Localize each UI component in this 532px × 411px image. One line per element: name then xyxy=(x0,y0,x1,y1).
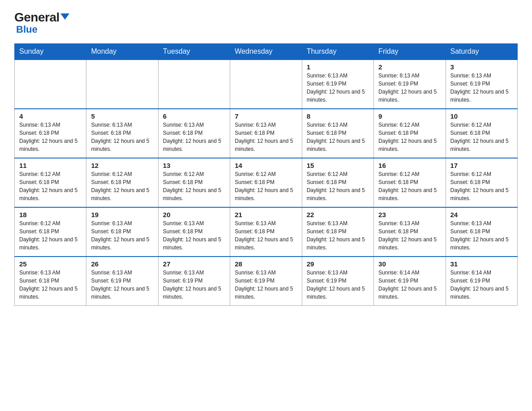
day-number: 17 xyxy=(450,162,513,169)
header-monday: Monday xyxy=(86,43,158,60)
day-cell-24: 24Sunrise: 6:13 AMSunset: 6:18 PMDayligh… xyxy=(446,207,517,257)
day-cell-7: 7Sunrise: 6:13 AMSunset: 6:18 PMDaylight… xyxy=(230,109,302,158)
day-cell-26: 26Sunrise: 6:13 AMSunset: 6:19 PMDayligh… xyxy=(86,257,158,306)
logo-general: General xyxy=(14,11,69,25)
day-number: 3 xyxy=(450,63,513,71)
day-cell-20: 20Sunrise: 6:13 AMSunset: 6:18 PMDayligh… xyxy=(158,207,230,257)
days-header-row: SundayMondayTuesdayWednesdayThursdayFrid… xyxy=(15,43,518,60)
day-number: 25 xyxy=(19,260,82,268)
header-wednesday: Wednesday xyxy=(230,43,302,60)
day-number: 4 xyxy=(19,112,82,120)
day-cell-empty xyxy=(15,60,86,109)
day-info: Sunrise: 6:12 AMSunset: 6:18 PMDaylight:… xyxy=(450,170,513,202)
day-number: 29 xyxy=(307,260,369,268)
page-header: General Blue xyxy=(14,11,518,35)
day-info: Sunrise: 6:13 AMSunset: 6:19 PMDaylight:… xyxy=(307,269,369,301)
day-info: Sunrise: 6:13 AMSunset: 6:19 PMDaylight:… xyxy=(450,72,513,104)
day-number: 28 xyxy=(235,260,297,268)
day-cell-14: 14Sunrise: 6:12 AMSunset: 6:18 PMDayligh… xyxy=(230,158,302,207)
day-number: 7 xyxy=(235,112,297,120)
day-cell-29: 29Sunrise: 6:13 AMSunset: 6:19 PMDayligh… xyxy=(302,257,373,306)
header-sunday: Sunday xyxy=(15,43,86,60)
day-cell-8: 8Sunrise: 6:13 AMSunset: 6:18 PMDaylight… xyxy=(302,109,373,158)
day-cell-1: 1Sunrise: 6:13 AMSunset: 6:19 PMDaylight… xyxy=(302,60,373,109)
day-cell-18: 18Sunrise: 6:12 AMSunset: 6:18 PMDayligh… xyxy=(15,207,86,257)
day-number: 24 xyxy=(450,211,513,218)
day-info: Sunrise: 6:13 AMSunset: 6:18 PMDaylight:… xyxy=(19,269,82,301)
day-info: Sunrise: 6:12 AMSunset: 6:18 PMDaylight:… xyxy=(235,170,297,202)
day-number: 1 xyxy=(307,63,369,71)
header-saturday: Saturday xyxy=(446,43,517,60)
day-cell-11: 11Sunrise: 6:12 AMSunset: 6:18 PMDayligh… xyxy=(15,158,86,207)
day-info: Sunrise: 6:12 AMSunset: 6:18 PMDaylight:… xyxy=(163,170,225,202)
day-number: 6 xyxy=(163,112,225,120)
day-cell-23: 23Sunrise: 6:13 AMSunset: 6:18 PMDayligh… xyxy=(374,207,446,257)
day-cell-empty xyxy=(158,60,230,109)
week-row-3: 11Sunrise: 6:12 AMSunset: 6:18 PMDayligh… xyxy=(15,158,518,207)
day-info: Sunrise: 6:13 AMSunset: 6:18 PMDaylight:… xyxy=(91,121,153,153)
day-info: Sunrise: 6:13 AMSunset: 6:19 PMDaylight:… xyxy=(235,269,297,301)
header-thursday: Thursday xyxy=(302,43,373,60)
day-cell-22: 22Sunrise: 6:13 AMSunset: 6:18 PMDayligh… xyxy=(302,207,373,257)
day-number: 12 xyxy=(91,162,153,169)
logo-triangle-icon xyxy=(60,13,69,20)
day-info: Sunrise: 6:13 AMSunset: 6:18 PMDaylight:… xyxy=(19,121,82,153)
calendar-table: SundayMondayTuesdayWednesdayThursdayFrid… xyxy=(14,43,518,306)
header-tuesday: Tuesday xyxy=(158,43,230,60)
day-info: Sunrise: 6:13 AMSunset: 6:18 PMDaylight:… xyxy=(235,121,297,153)
day-info: Sunrise: 6:12 AMSunset: 6:18 PMDaylight:… xyxy=(378,121,441,153)
day-number: 2 xyxy=(378,63,441,71)
week-row-1: 1Sunrise: 6:13 AMSunset: 6:19 PMDaylight… xyxy=(15,60,518,109)
week-row-2: 4Sunrise: 6:13 AMSunset: 6:18 PMDaylight… xyxy=(15,109,518,158)
day-cell-25: 25Sunrise: 6:13 AMSunset: 6:18 PMDayligh… xyxy=(15,257,86,306)
day-number: 5 xyxy=(91,112,153,120)
day-number: 8 xyxy=(307,112,369,120)
day-cell-21: 21Sunrise: 6:13 AMSunset: 6:18 PMDayligh… xyxy=(230,207,302,257)
day-cell-9: 9Sunrise: 6:12 AMSunset: 6:18 PMDaylight… xyxy=(374,109,446,158)
day-info: Sunrise: 6:13 AMSunset: 6:18 PMDaylight:… xyxy=(235,219,297,252)
day-info: Sunrise: 6:13 AMSunset: 6:18 PMDaylight:… xyxy=(163,121,225,153)
logo-blue: Blue xyxy=(14,24,38,35)
day-cell-2: 2Sunrise: 6:13 AMSunset: 6:19 PMDaylight… xyxy=(374,60,446,109)
day-number: 10 xyxy=(450,112,513,120)
day-number: 20 xyxy=(163,211,225,218)
day-cell-4: 4Sunrise: 6:13 AMSunset: 6:18 PMDaylight… xyxy=(15,109,86,158)
day-info: Sunrise: 6:12 AMSunset: 6:18 PMDaylight:… xyxy=(378,170,441,202)
day-number: 11 xyxy=(19,162,82,169)
day-info: Sunrise: 6:13 AMSunset: 6:18 PMDaylight:… xyxy=(163,219,225,252)
day-number: 26 xyxy=(91,260,153,268)
day-info: Sunrise: 6:12 AMSunset: 6:18 PMDaylight:… xyxy=(307,170,369,202)
day-number: 13 xyxy=(163,162,225,169)
day-cell-15: 15Sunrise: 6:12 AMSunset: 6:18 PMDayligh… xyxy=(302,158,373,207)
day-info: Sunrise: 6:12 AMSunset: 6:18 PMDaylight:… xyxy=(91,170,153,202)
day-cell-27: 27Sunrise: 6:13 AMSunset: 6:19 PMDayligh… xyxy=(158,257,230,306)
day-number: 21 xyxy=(235,211,297,218)
day-info: Sunrise: 6:12 AMSunset: 6:18 PMDaylight:… xyxy=(19,170,82,202)
week-row-4: 18Sunrise: 6:12 AMSunset: 6:18 PMDayligh… xyxy=(15,207,518,257)
day-cell-19: 19Sunrise: 6:13 AMSunset: 6:18 PMDayligh… xyxy=(86,207,158,257)
day-cell-5: 5Sunrise: 6:13 AMSunset: 6:18 PMDaylight… xyxy=(86,109,158,158)
day-info: Sunrise: 6:13 AMSunset: 6:18 PMDaylight:… xyxy=(450,219,513,252)
header-friday: Friday xyxy=(374,43,446,60)
day-cell-3: 3Sunrise: 6:13 AMSunset: 6:19 PMDaylight… xyxy=(446,60,517,109)
day-cell-empty xyxy=(86,60,158,109)
day-cell-30: 30Sunrise: 6:14 AMSunset: 6:19 PMDayligh… xyxy=(374,257,446,306)
day-number: 18 xyxy=(19,211,82,218)
day-number: 27 xyxy=(163,260,225,268)
day-info: Sunrise: 6:13 AMSunset: 6:18 PMDaylight:… xyxy=(91,219,153,252)
day-info: Sunrise: 6:12 AMSunset: 6:18 PMDaylight:… xyxy=(450,121,513,153)
day-number: 14 xyxy=(235,162,297,169)
day-info: Sunrise: 6:13 AMSunset: 6:18 PMDaylight:… xyxy=(378,219,441,252)
day-number: 30 xyxy=(378,260,441,268)
day-number: 22 xyxy=(307,211,369,218)
day-number: 9 xyxy=(378,112,441,120)
day-number: 19 xyxy=(91,211,153,218)
day-info: Sunrise: 6:13 AMSunset: 6:19 PMDaylight:… xyxy=(163,269,225,301)
day-info: Sunrise: 6:13 AMSunset: 6:19 PMDaylight:… xyxy=(378,72,441,104)
day-info: Sunrise: 6:13 AMSunset: 6:19 PMDaylight:… xyxy=(91,269,153,301)
day-number: 15 xyxy=(307,162,369,169)
day-number: 31 xyxy=(450,260,513,268)
day-info: Sunrise: 6:12 AMSunset: 6:18 PMDaylight:… xyxy=(19,219,82,252)
day-info: Sunrise: 6:13 AMSunset: 6:19 PMDaylight:… xyxy=(307,72,369,104)
day-cell-16: 16Sunrise: 6:12 AMSunset: 6:18 PMDayligh… xyxy=(374,158,446,207)
